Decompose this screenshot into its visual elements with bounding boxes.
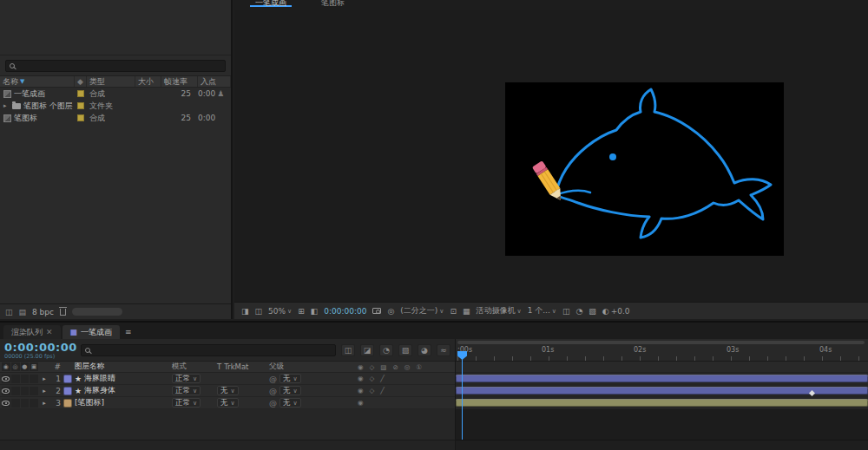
label-color-chip[interactable] [77,114,84,121]
trkmat-select[interactable]: 无∨ [217,386,239,395]
lock-toggle[interactable] [30,399,38,408]
tab-render-queue[interactable]: 渲染队列 ✕ [3,325,61,339]
column-layer-name[interactable]: 图层名称 [75,362,170,372]
interpret-footage-icon[interactable]: ◫ [5,308,13,316]
frame-blending-button[interactable]: ▧ [398,344,412,356]
label-color-chip[interactable] [77,102,84,109]
blend-mode-select[interactable]: 正常∨ [172,386,201,395]
keyframe-marker[interactable] [809,390,815,396]
layer-name[interactable]: ★海豚身体 [75,385,170,396]
eye-column-icon[interactable]: ◉ [2,362,10,371]
layer-label-chip[interactable] [63,399,72,408]
column-mode[interactable]: 模式 [170,362,215,372]
blend-mode-select[interactable]: 正常∨ [172,374,201,383]
layer-duration-track[interactable] [456,397,868,409]
quality-switch[interactable]: ◉ [358,387,364,395]
composition-canvas[interactable] [505,82,784,256]
resolution-select[interactable]: (二分之一)∨ [400,305,444,316]
parent-select[interactable]: 无∨ [279,374,301,383]
effects-switch[interactable]: ◇ [370,387,375,395]
project-bit-depth[interactable]: 8 bpc [32,308,54,316]
graph-editor-button[interactable]: ≈ [437,344,450,356]
pickwhip-icon[interactable]: @ [269,387,277,395]
lock-toggle[interactable] [30,375,38,383]
layer-duration-bar[interactable] [456,399,868,407]
layer-name[interactable]: [笔图标] [75,397,170,408]
audio-toggle[interactable] [11,387,20,395]
always-preview-button[interactable]: ◨ [241,307,249,316]
snapshot-button[interactable] [372,308,381,314]
zoom-select[interactable]: 50%∨ [268,307,292,316]
column-label[interactable]: ◆ [75,76,87,87]
transparency-grid-button[interactable]: ▦ [463,307,470,316]
column-fps[interactable]: 帧速率 [161,76,198,87]
layer-row[interactable]: ▸ 1 ★海豚眼睛 正常∨ @无∨ ◉ ◇ ╱ [0,373,455,385]
solo-toggle[interactable] [21,375,30,383]
timeline-search-input[interactable] [81,344,336,356]
playhead[interactable] [457,351,467,440]
layer-name[interactable]: ★海豚眼睛 [75,373,170,384]
trash-icon[interactable] [60,309,66,316]
column-name[interactable]: 名称▼ [0,76,75,87]
layer-label-chip[interactable] [63,375,72,383]
eye-toggle[interactable] [2,399,10,408]
lock-column-icon[interactable]: ▣ [30,362,38,371]
tab-composition-active[interactable]: 一笔成画 [250,0,292,7]
view-layout-select[interactable]: 1 个...∨ [528,305,556,316]
solo-toggle[interactable] [21,399,30,408]
project-item-row[interactable]: 笔图标 合成 25 0:00 [0,112,231,124]
composition-viewport[interactable] [234,10,868,302]
effects-switch[interactable]: ◇ [370,375,375,382]
tab-composition-inactive[interactable]: 笔图标 [316,0,350,7]
new-folder-icon[interactable]: ▤ [19,308,27,316]
eye-toggle[interactable] [2,375,10,383]
column-trkmat[interactable]: TTrkMat [215,362,266,371]
project-item-row[interactable]: 一笔成画 合成 25 0:00♟ [0,88,231,100]
frame-blend-button[interactable]: ▧ [589,307,596,316]
layer-label-chip[interactable] [63,387,72,395]
main-viewer-button[interactable]: ◫ [255,307,263,316]
mini-flowchart-button[interactable]: ◫ [341,344,355,356]
trkmat-select[interactable]: 无∨ [217,398,239,408]
project-scrollbar[interactable] [72,308,122,316]
layer-row[interactable]: ▸ 2 ★海豚身体 正常∨ 无∨ @无∨ ◉ ◇ ╱ [0,385,455,397]
3d-view-select[interactable]: 活动摄像机∨ [477,305,522,316]
column-size[interactable]: 大小 [135,76,161,87]
blur-switch[interactable]: ╱ [380,387,385,395]
parent-select[interactable]: 无∨ [279,398,301,408]
pickwhip-icon[interactable]: @ [269,375,277,383]
eye-toggle[interactable] [2,387,10,395]
audio-toggle[interactable] [11,399,20,408]
layer-duration-track[interactable] [456,385,868,397]
quality-switch[interactable]: ◉ [358,399,364,407]
lock-toggle[interactable] [30,387,38,395]
close-icon[interactable]: ✕ [46,328,53,336]
layer-duration-bar[interactable] [456,387,868,395]
blend-mode-select[interactable]: 正常∨ [172,398,201,408]
twirl-icon[interactable]: ▸ [38,375,50,382]
layer-row[interactable]: ▸ 3 [笔图标] 正常∨ 无∨ @无∨ ◉ [0,397,455,409]
solo-toggle[interactable] [21,387,30,395]
panel-menu-button[interactable]: ≡ [122,325,135,339]
current-timecode[interactable]: 0:00:00:00 [4,341,76,354]
twirl-icon[interactable]: ▸ [38,400,50,407]
column-parent[interactable]: 父级 [266,362,352,372]
time-ruler[interactable]: :00s 01s 02s 03s 04s [456,339,868,362]
exposure-control[interactable]: ◐+0.0 [602,307,630,316]
layer-duration-track[interactable] [456,373,868,385]
parent-select[interactable]: 无∨ [279,386,301,395]
quality-switch[interactable]: ◉ [358,375,364,382]
motion-blur-button[interactable]: ◕ [418,344,431,356]
hide-shy-button[interactable]: ◔ [379,344,393,356]
column-in[interactable]: 入点 [198,76,231,87]
draft-3d-button[interactable]: ◪ [360,344,374,356]
project-item-row[interactable]: ▸笔图标 个图层 文件夹 [0,100,231,112]
twirl-icon[interactable]: ▸ [3,102,10,109]
show-snapshot-button[interactable]: ◎ [387,307,394,316]
label-color-chip[interactable] [77,90,84,97]
layer-duration-bar[interactable] [456,375,868,382]
twirl-icon[interactable]: ▸ [38,388,50,395]
mask-toggle-button[interactable]: ◧ [311,307,319,316]
region-of-interest-button[interactable]: ⊡ [450,307,457,316]
audio-column-icon[interactable]: ◎ [11,362,20,371]
